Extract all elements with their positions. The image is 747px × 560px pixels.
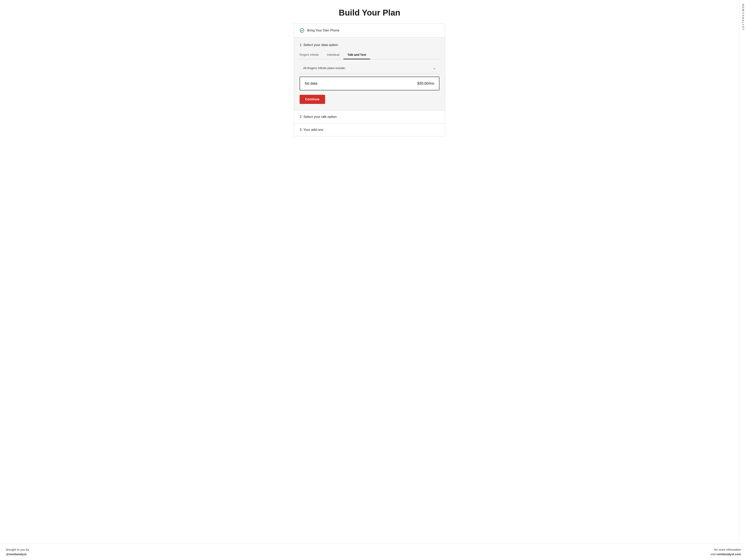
data-section-heading: 1. Select your data option <box>300 43 439 47</box>
tab-talk-and-text[interactable]: Talk and Text <box>343 51 370 59</box>
plan-card[interactable]: No data $30.00/mo <box>300 77 439 90</box>
tab-individual[interactable]: Individual <box>323 51 343 59</box>
byop-label: Bring Your Own Phone <box>307 29 339 32</box>
check-circle-icon <box>300 28 304 33</box>
svg-point-0 <box>300 28 304 32</box>
plan-card-name: No data <box>305 81 317 86</box>
continue-button[interactable]: Continue <box>300 95 325 104</box>
footer-brought-by: brought to you by <box>6 548 29 551</box>
accordion-label: All Rogers Infinite plans include: <box>303 66 345 70</box>
data-option-section: 1. Select your data option Rogers Infini… <box>294 37 445 110</box>
tab-rogers-infinite[interactable]: Rogers Infinite <box>300 51 323 59</box>
footer-left: brought to you by @remitanalyst <box>6 548 29 556</box>
talk-option-section: 2. Select your talk option <box>294 110 445 124</box>
side-watermark: REMITANALYST <box>739 0 747 544</box>
accordion-row[interactable]: All Rogers Infinite plans include: ⌄ <box>300 62 439 74</box>
page-title: Build Your Plan <box>339 8 401 18</box>
talk-section-heading: 2. Select your talk option <box>300 115 337 118</box>
footer-handle: @remitanalyst <box>6 553 26 556</box>
footer-right: for more information visit remitanalyst.… <box>711 548 741 556</box>
footer-visit: visit <box>711 553 717 556</box>
addons-section-heading: 3. Your add-ons <box>300 128 323 132</box>
addons-section: 3. Your add-ons <box>294 124 445 136</box>
tabs-row: Rogers Infinite Individual Talk and Text <box>300 51 439 59</box>
plan-container: Bring Your Own Phone 1. Select your data… <box>294 24 445 136</box>
plan-card-price: $30.00/mo <box>417 81 434 86</box>
chevron-down-icon: ⌄ <box>433 66 436 70</box>
footer-site: remitanalyst.com <box>717 553 741 556</box>
footer-more-info: for more information <box>714 548 741 551</box>
footer: brought to you by @remitanalyst for more… <box>0 544 747 560</box>
byop-section: Bring Your Own Phone <box>294 24 445 37</box>
